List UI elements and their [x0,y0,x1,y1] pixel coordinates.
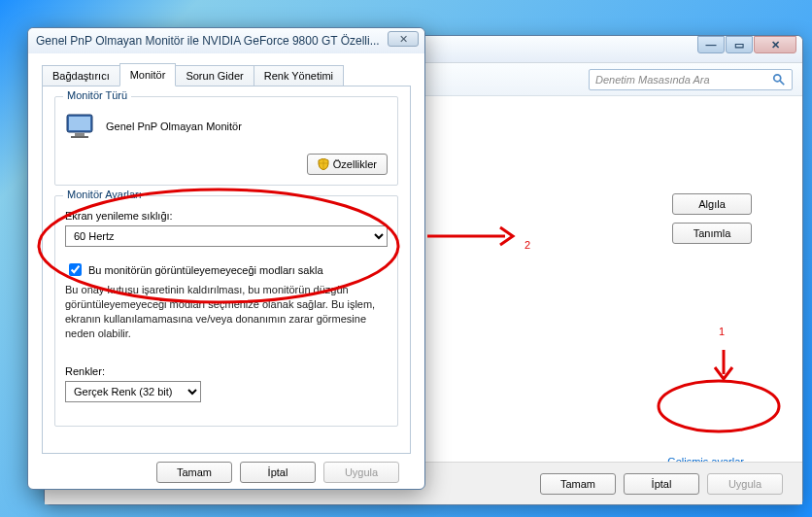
properties-button[interactable]: Özellikler [307,154,388,175]
detect-button[interactable]: Algıla [672,193,752,215]
tab-troubleshoot[interactable]: Sorun Gider [175,65,254,86]
svg-rect-5 [71,136,88,138]
svg-line-1 [780,80,784,84]
monitor-settings-group: Monitör Ayarları Ekran yenileme sıklığı:… [54,195,398,427]
identify-button[interactable]: Tanımla [672,223,752,244]
colors-select[interactable]: Gerçek Renk (32 bit) [65,381,201,402]
refresh-rate-label: Ekran yenileme sıklığı: [65,210,388,222]
monitor-properties-dialog: Genel PnP Olmayan Monitör ile NVIDIA GeF… [27,27,425,490]
minimize-button[interactable]: — [697,36,725,53]
tab-monitor[interactable]: Monitör [119,63,177,86]
svg-rect-3 [69,117,90,130]
search-placeholder: Denetim Masasında Ara [595,74,710,86]
tab-panel-monitor: Monitör Türü Genel PnP Olmayan Monitör Ö… [42,86,411,454]
monitor-type-label: Monitör Türü [63,89,131,101]
search-input[interactable]: Denetim Masasında Ara [589,69,793,90]
dialog-footer: Tamam İptal Uygula [42,454,411,483]
maximize-button[interactable]: ▭ [726,36,753,53]
refresh-rate-select[interactable]: 60 Hertz [65,225,388,247]
svg-rect-4 [75,133,85,136]
svg-point-0 [774,74,781,81]
monitor-icon [65,113,96,140]
tabstrip: Bağdaştırıcı Monitör Sorun Gider Renk Yö… [42,63,411,86]
dialog-close-button[interactable]: ✕ [388,31,419,47]
search-icon [772,73,786,86]
tab-adapter[interactable]: Bağdaştırıcı [42,65,120,86]
dialog-ok-button[interactable]: Tamam [156,462,232,483]
hide-modes-label: Bu monitörün görüntüleyemeyeceği modları… [88,264,323,276]
monitor-settings-label: Monitör Ayarları [63,189,146,200]
dialog-cancel-button[interactable]: İptal [240,462,316,483]
hide-modes-checkbox[interactable] [69,263,82,276]
hide-modes-warning: Bu onay kutusu işaretinin kaldırılması, … [65,283,388,340]
ok-button[interactable]: Tamam [540,473,616,495]
monitor-type-group: Monitör Türü Genel PnP Olmayan Monitör Ö… [54,96,398,186]
colors-label: Renkler: [65,365,388,377]
dialog-title: Genel PnP Olmayan Monitör ile NVIDIA GeF… [36,34,417,48]
monitor-name: Genel PnP Olmayan Monitör [106,121,242,132]
cancel-button[interactable]: İptal [624,473,699,495]
dialog-apply-button[interactable]: Uygula [323,462,399,483]
apply-button[interactable]: Uygula [707,473,783,495]
shield-icon [318,158,329,170]
dialog-titlebar[interactable]: Genel PnP Olmayan Monitör ile NVIDIA GeF… [28,28,424,53]
close-button[interactable]: ✕ [754,36,796,53]
tab-color-management[interactable]: Renk Yönetimi [254,65,344,86]
